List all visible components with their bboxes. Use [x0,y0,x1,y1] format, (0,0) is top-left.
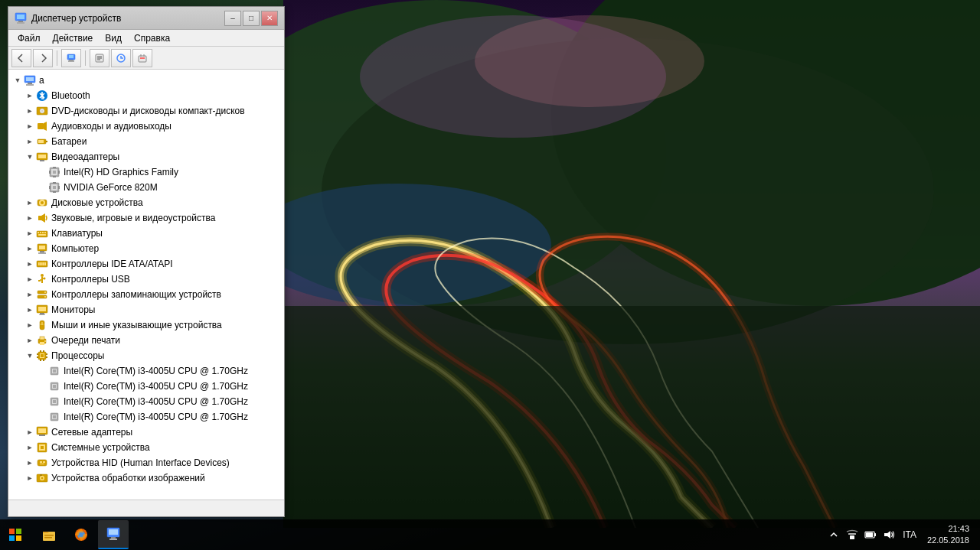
title-bar[interactable]: Диспетчер устройств – □ ✕ [8,7,284,30]
maximize-button[interactable]: □ [243,11,260,26]
tree-item-system[interactable]: ► Системные устройства [8,440,284,455]
up-button[interactable] [61,49,81,67]
disk-expand[interactable]: ► [24,197,36,209]
hid-expand[interactable]: ► [24,457,36,469]
svg-rect-95 [44,340,46,342]
svg-rect-89 [39,314,45,315]
start-button[interactable] [0,519,31,550]
tree-item-storage[interactable]: ► Контроллеры запоминающих устройств [8,287,284,302]
tree-item-mouse[interactable]: ► Мыши и иные указывающие устройства [8,317,284,333]
svg-rect-115 [53,400,56,403]
tree-item-computer[interactable]: ► Компьютер [8,241,284,256]
dvd-icon [36,105,48,117]
computer-expand[interactable]: ► [24,242,36,255]
tree-item-print[interactable]: ► Очереди печати [8,333,284,348]
tree-item-cpu3[interactable]: ► Intel(R) Core(TM) i3-4005U CPU @ 1.70G… [8,394,284,409]
cpu-expand[interactable]: ▼ [24,350,36,362]
tree-item-ide[interactable]: ► Контроллеры IDE ATA/ATAPI [8,256,284,272]
tree-item-bluetooth[interactable]: ► ∖ Bluetooth [8,88,284,103]
root-expand[interactable]: ▼ [11,74,24,86]
tree-item-usb[interactable]: ► Контроллеры USB [8,272,284,287]
tray-network-icon[interactable] [844,519,860,550]
tray-language-indicator[interactable]: ITA [900,529,920,540]
cpu3-label: Intel(R) Core(TM) i3-4005U CPU @ 1.70GHz [64,396,248,407]
tree-item-battery[interactable]: ► Батареи [8,134,284,149]
svg-rect-101 [46,353,47,355]
tray-clock[interactable]: 21:43 22.05.2018 [923,523,974,547]
imaging-expand[interactable]: ► [24,472,36,484]
monitor-expand[interactable]: ► [24,304,36,316]
svg-rect-21 [139,56,146,62]
cpu3-icon [48,395,60,408]
mouse-expand[interactable]: ► [24,319,36,331]
minimize-button[interactable]: – [224,11,241,26]
monitor-icon [36,304,48,316]
tree-item-cpu4[interactable]: ► Intel(R) Core(TM) i3-4005U CPU @ 1.70G… [8,409,284,425]
forward-button[interactable] [33,49,53,67]
keyboard-expand[interactable]: ► [24,227,36,239]
monitor-label: Мониторы [51,304,95,315]
svg-point-7 [475,15,704,107]
tree-item-cpu1[interactable]: ► Intel(R) Core(TM) i3-4005U CPU @ 1.70G… [8,363,284,379]
cpu1-icon [48,365,60,377]
dvd-expand[interactable]: ► [24,105,36,117]
battery-label: Батареи [51,136,87,147]
tree-item-keyboard[interactable]: ► Клавиатуры [8,226,284,241]
tree-item-monitor[interactable]: ► Мониторы [8,302,284,317]
bluetooth-expand[interactable]: ► [24,89,36,102]
svg-rect-65 [44,232,46,233]
tree-item-cpu2[interactable]: ► Intel(R) Core(TM) i3-4005U CPU @ 1.70G… [8,379,284,394]
tree-item-video[interactable]: ▼ Видеоадаптеры [8,149,284,164]
menu-help[interactable]: Справка [128,31,176,45]
close-button[interactable]: ✕ [261,11,278,26]
device-tree[interactable]: ▼ a ► ∖ Bluetooth [8,70,284,500]
usb-expand[interactable]: ► [24,273,36,285]
tree-item-sound[interactable]: ► Звуковые, игровые и видеоустройства [8,210,284,226]
tray-volume-icon[interactable] [881,519,897,550]
svg-rect-53 [58,186,60,189]
network-expand[interactable]: ► [24,426,36,438]
taskbar-firefox[interactable] [66,520,96,549]
print-expand[interactable]: ► [24,334,36,347]
root-icon [24,74,36,86]
sound-expand[interactable]: ► [24,212,36,224]
properties-button[interactable] [90,49,109,67]
windows-logo-icon [8,528,22,542]
taskbar-device-manager[interactable] [98,520,129,549]
tree-item-nvidia-gpu[interactable]: ► NVIDIA GeForce 820M [8,180,284,195]
uninstall-button[interactable] [132,49,152,67]
svg-rect-45 [49,171,51,174]
menu-view[interactable]: Вид [99,31,128,45]
update-button[interactable] [111,49,131,67]
tray-expand-button[interactable] [826,519,841,550]
battery-expand[interactable]: ► [24,135,36,148]
intel-gpu-icon [48,166,60,178]
tree-item-dvd[interactable]: ► DVD-дисководы и дисководы компакт-диск… [8,103,284,119]
menu-action[interactable]: Действие [47,31,100,45]
tree-item-disk[interactable]: ► Дисковые устройства [8,195,284,210]
menu-file[interactable]: Файл [11,31,47,45]
svg-rect-153 [866,532,873,537]
svg-rect-129 [43,461,45,463]
svg-point-85 [44,296,46,298]
svg-rect-130 [40,464,44,464]
taskbar-file-explorer[interactable] [34,520,64,549]
back-button[interactable] [11,49,31,67]
tree-item-audio-io[interactable]: ► Аудиовходы и аудиовыходы [8,119,284,134]
svg-rect-93 [40,337,44,340]
tree-item-cpu[interactable]: ▼ Процессоры [8,348,284,363]
tray-battery-icon[interactable] [863,519,878,550]
tree-item-network[interactable]: ► Сетевые адаптеры [8,425,284,440]
svg-rect-27 [28,83,32,84]
tree-item-hid[interactable]: ► Устройства HID (Human Interface Device… [8,455,284,470]
svg-rect-14 [69,60,74,60]
system-expand[interactable]: ► [24,441,36,454]
video-expand[interactable]: ▼ [24,151,36,163]
audio-io-expand[interactable]: ► [24,120,36,132]
network-tray-icon [846,529,858,540]
ide-expand[interactable]: ► [24,258,36,270]
storage-expand[interactable]: ► [24,288,36,301]
tree-item-imaging[interactable]: ► Устройства обработки изображений [8,470,284,486]
tree-root[interactable]: ▼ a [8,73,284,88]
tree-item-intel-gpu[interactable]: ► Intel(R) HD Graphics Family [8,164,284,180]
